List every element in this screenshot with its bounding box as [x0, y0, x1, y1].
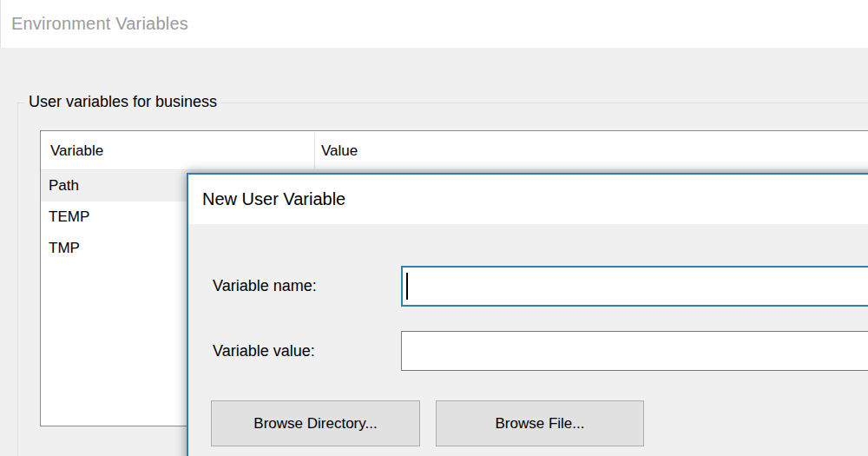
user-variables-group-label: User variables for business — [24, 90, 221, 113]
window-titlebar: Environment Variables — [0, 0, 868, 48]
variable-name-label: Variable name: — [213, 266, 317, 307]
browse-directory-button[interactable]: Browse Directory... — [211, 400, 420, 446]
variable-value-input[interactable] — [401, 331, 868, 371]
text-caret — [406, 273, 408, 300]
table-header-row: Variable Value — [41, 131, 868, 170]
variable-value-label: Variable value: — [213, 331, 315, 371]
browse-file-button[interactable]: Browse File... — [436, 400, 644, 446]
window-title: Environment Variables — [11, 14, 188, 34]
window-left-edge — [0, 0, 1, 48]
variable-name-input[interactable] — [401, 266, 868, 307]
environment-variables-window: Environment Variables User variables for… — [0, 0, 868, 456]
new-user-variable-dialog: New User Variable Variable name: Variabl… — [187, 173, 868, 456]
dialog-titlebar[interactable]: New User Variable — [188, 175, 868, 224]
column-header-variable[interactable]: Variable — [50, 131, 103, 170]
column-separator[interactable] — [314, 133, 315, 169]
column-header-value[interactable]: Value — [321, 131, 358, 170]
dialog-title: New User Variable — [202, 189, 345, 209]
